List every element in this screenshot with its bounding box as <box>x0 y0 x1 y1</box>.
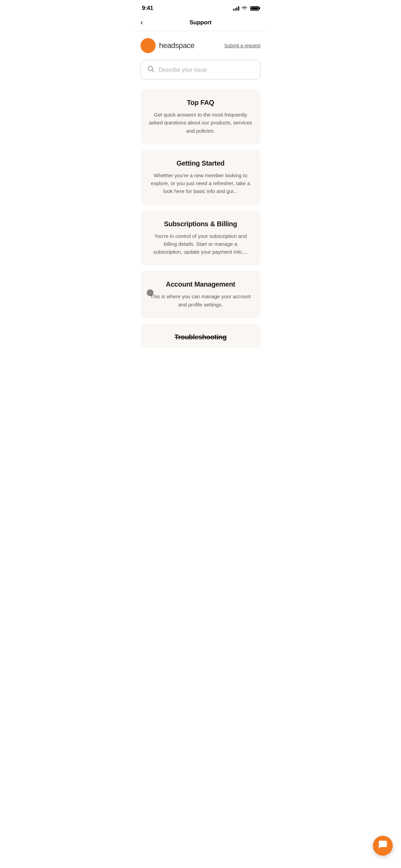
logo-area: headspace <box>141 38 194 53</box>
subscriptions-billing-card[interactable]: Subscriptions & Billing You're in contro… <box>141 210 260 266</box>
getting-started-desc: Whether you're a new member looking to e… <box>149 171 252 195</box>
getting-started-title: Getting Started <box>149 159 252 167</box>
top-faq-card[interactable]: Top FAQ Get quick answers to the most fr… <box>141 89 260 144</box>
top-faq-desc: Get quick answers to the most frequently… <box>149 111 252 135</box>
nav-bar: ‹ Support <box>134 15 267 31</box>
troubleshooting-card[interactable]: Troubleshooting <box>141 324 260 348</box>
back-button[interactable]: ‹ <box>141 19 143 26</box>
status-time: 9:41 <box>142 5 153 12</box>
subscriptions-billing-desc: You're in control of your subscription a… <box>149 232 252 256</box>
nav-title: Support <box>190 19 211 26</box>
status-bar: 9:41 <box>134 0 267 15</box>
header-row: headspace Submit a request <box>141 38 260 53</box>
main-content: headspace Submit a request Describe your… <box>134 31 267 358</box>
wifi-icon <box>241 5 247 11</box>
troubleshooting-title: Troubleshooting <box>149 333 252 341</box>
top-faq-title: Top FAQ <box>149 99 252 107</box>
search-icon <box>147 65 155 74</box>
submit-request-link[interactable]: Submit a request <box>224 43 260 48</box>
svg-line-1 <box>152 70 154 72</box>
subscriptions-billing-title: Subscriptions & Billing <box>149 220 252 228</box>
search-input-placeholder[interactable]: Describe your issue <box>159 67 207 73</box>
account-management-card[interactable]: Account Management This is where you can… <box>141 271 260 318</box>
search-bar[interactable]: Describe your issue <box>141 60 260 80</box>
getting-started-card[interactable]: Getting Started Whether you're a new mem… <box>141 150 260 205</box>
status-icons <box>233 5 259 11</box>
headspace-logo-text: headspace <box>159 41 194 50</box>
account-management-title: Account Management <box>149 280 252 288</box>
signal-icon <box>233 6 239 11</box>
account-management-desc: This is where you can manage your accoun… <box>149 292 252 309</box>
headspace-logo-circle <box>141 38 156 53</box>
battery-icon <box>250 6 259 11</box>
